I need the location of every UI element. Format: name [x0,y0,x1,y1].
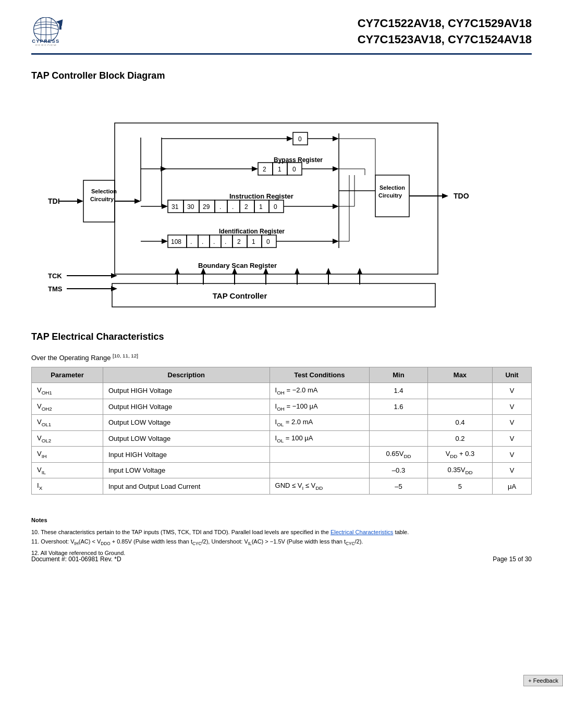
note-11: 11. Overshoot: VIH(AC) < VDDO + 0.85V (P… [31,537,532,548]
desc-cell: Output HIGH Voltage [103,382,270,399]
svg-text:31: 31 [172,203,179,211]
param-cell: VOL1 [32,415,103,431]
param-cell: VIH [32,447,103,463]
unit-cell: V [493,447,532,463]
desc-cell: Output HIGH Voltage [103,399,270,415]
svg-marker-11 [134,199,141,204]
col-header-description: Description [103,367,270,382]
svg-text:2: 2 [263,166,266,173]
svg-marker-78 [442,193,448,199]
svg-text:TDO: TDO [454,192,469,200]
tap-electrical-subtitle: Over the Operating Range [10, 11, 12] [31,353,532,362]
unit-cell: V [493,430,532,447]
table-row: VIH Input HIGH Voltage 0.65VDD VDD + 0.3… [32,447,532,463]
chip-title: CY7C1522AV18, CY7C1529AV18 CY7C1523AV18,… [358,16,532,48]
electrical-table: Parameter Description Test Conditions Mi… [31,367,532,495]
min-cell: –0.3 [370,462,428,478]
max-cell: 5 [427,478,492,495]
svg-text:1: 1 [252,238,255,245]
svg-text:Circuitry: Circuitry [378,192,402,199]
param-cell: IX [32,478,103,495]
svg-text:108: 108 [171,238,181,245]
svg-marker-97 [357,268,362,274]
test-cell: IOL = 2.0 mA [270,415,370,431]
min-cell: 0.65VDD [370,447,428,463]
logo-area: CYPRESS PERFORM [31,17,68,46]
svg-marker-13 [287,136,293,141]
unit-cell: V [493,382,532,399]
feedback-tab[interactable]: + Feedback [523,675,563,686]
svg-text:PERFORM: PERFORM [35,44,57,46]
col-header-test-conditions: Test Conditions [270,367,370,382]
svg-text:Boundary Scan Register: Boundary Scan Register [198,262,277,269]
col-header-min: Min [370,367,428,382]
param-cell: VIL [32,462,103,478]
param-cell: VOH2 [32,399,103,415]
block-diagram-section: TAP Controller Block Diagram TDI Selecti… [31,70,532,311]
min-cell [370,415,428,431]
desc-cell: Output LOW Voltage [103,415,270,431]
svg-rect-1 [59,22,62,30]
svg-text:.: . [225,238,226,245]
max-cell [427,399,492,415]
svg-text:0: 0 [292,166,296,173]
table-row: VIL Input LOW Voltage –0.3 0.35VDD V [32,462,532,478]
col-header-max: Max [427,367,492,382]
title-area: CY7C1522AV18, CY7C1529AV18 CY7C1523AV18,… [358,16,532,48]
footer: Document #: 001-06981 Rev. *D Page 15 of… [31,556,532,563]
page: CYPRESS PERFORM CY7C1522AV18, CY7C1529AV… [0,0,563,573]
svg-marker-105 [111,286,117,291]
table-row: IX Input and Output Load Current GND ≤ V… [32,478,532,495]
desc-cell: Output LOW Voltage [103,430,270,447]
svg-text:Instruction Register: Instruction Register [229,192,293,200]
unit-cell: V [493,399,532,415]
svg-text:TMS: TMS [48,285,63,293]
electrical-char-link[interactable]: Electrical Characteristics [331,529,393,535]
max-cell: VDD + 0.3 [427,447,492,463]
header: CYPRESS PERFORM CY7C1522AV18, CY7C1529AV… [31,16,532,55]
svg-text:0: 0 [266,238,270,245]
desc-cell: Input LOW Voltage [103,462,270,478]
tap-electrical-section: TAP Electrical Characteristics Over the … [31,331,532,495]
test-cell: GND ≤ VI ≤ VDD [270,478,370,495]
max-cell: 0.4 [427,415,492,431]
svg-marker-31 [162,204,168,209]
svg-marker-52 [162,239,168,244]
svg-marker-20 [252,166,258,171]
table-row: VOH2 Output HIGH Voltage IOH = −100 μA 1… [32,399,532,415]
test-cell: IOL = 100 μA [270,430,370,447]
param-cell: VOH1 [32,382,103,399]
cypress-logo: CYPRESS PERFORM [31,17,68,46]
svg-text:Identification Register: Identification Register [219,228,285,235]
diagram-svg: TDI Selection Circuitry 0 [31,92,532,311]
svg-text:Selection: Selection [91,188,117,194]
test-cell: IOH = −2.0 mA [270,382,370,399]
svg-text:.: . [232,203,234,211]
col-header-parameter: Parameter [32,367,103,382]
svg-text:2: 2 [244,203,248,211]
svg-text:Selection: Selection [380,184,405,191]
svg-text:2: 2 [237,238,241,245]
notes-section: Notes 10. These characteristics pertain … [31,515,532,558]
unit-cell: V [493,415,532,431]
min-cell: 1.6 [370,399,428,415]
svg-marker-85 [175,268,180,274]
min-cell: –5 [370,478,428,495]
svg-text:1: 1 [278,166,282,173]
svg-marker-28 [333,166,339,171]
svg-rect-59 [210,235,221,248]
unit-cell: V [493,462,532,478]
svg-text:.: . [190,238,192,245]
svg-rect-57 [198,235,210,248]
min-cell: 1.4 [370,382,428,399]
unit-cell: μA [493,478,532,495]
min-cell [370,430,428,447]
svg-marker-6 [77,199,83,204]
svg-marker-93 [295,268,300,274]
block-diagram-title: TAP Controller Block Diagram [31,70,532,81]
diagram-container: TDI Selection Circuitry 0 [31,92,532,311]
svg-rect-55 [187,235,198,248]
page-number: Page 15 of 30 [493,556,532,563]
svg-text:0: 0 [274,203,277,211]
document-number: Document #: 001-06981 Rev. *D [31,556,121,563]
